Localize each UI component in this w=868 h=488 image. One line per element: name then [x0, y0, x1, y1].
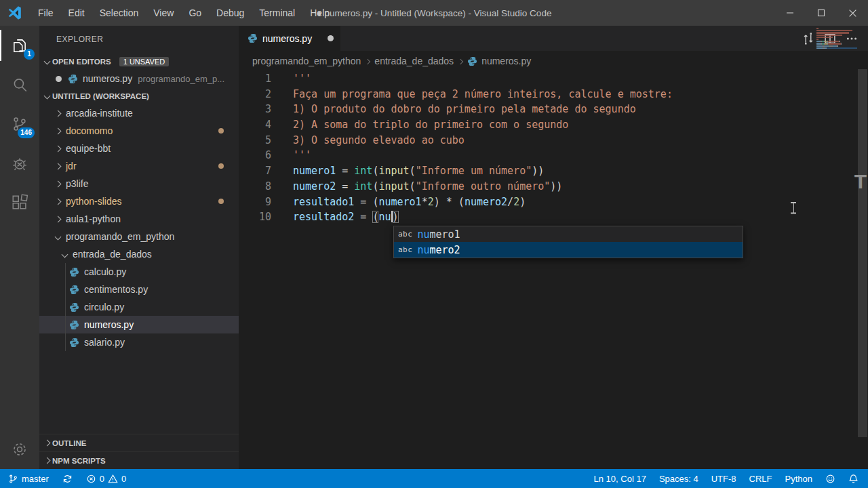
- suggestion-label: mero1: [429, 228, 460, 241]
- tree-item-circulo-py[interactable]: circulo.py: [39, 298, 239, 316]
- code-line-1[interactable]: 1''': [239, 71, 857, 87]
- menu-view[interactable]: View: [146, 0, 181, 26]
- activitybar-extensions[interactable]: [0, 183, 39, 222]
- tree-item-salario-py[interactable]: salario.py: [39, 333, 239, 351]
- minimap-seg: [839, 41, 840, 42]
- tree-item-p3life[interactable]: p3life: [39, 175, 239, 192]
- tree-item-arcadia-institute[interactable]: arcadia-institute: [39, 104, 239, 122]
- tree-item-python-slides[interactable]: python-slides: [39, 192, 239, 210]
- tree-item-jdr[interactable]: jdr: [39, 157, 239, 175]
- token-func: input: [378, 165, 409, 177]
- code-line-6[interactable]: 6''': [239, 148, 857, 163]
- dirty-indicator[interactable]: [328, 35, 334, 41]
- menu-debug[interactable]: Debug: [209, 0, 252, 26]
- workspace-header[interactable]: UNTITLED (WORKSPACE): [39, 87, 239, 104]
- statusbar-language-mode[interactable]: Python: [785, 474, 812, 484]
- code-line-4[interactable]: 42) A soma do triplo do primeiro com o s…: [239, 117, 857, 133]
- minimize-icon[interactable]: [774, 0, 806, 26]
- close-icon[interactable]: [837, 0, 868, 26]
- tree-item-entrada-de-dados[interactable]: entrada_de_dados: [39, 245, 239, 263]
- open-changes-icon[interactable]: [802, 32, 815, 45]
- tree-item-aula1-python[interactable]: aula1-python: [39, 210, 239, 228]
- tree-item-docomomo[interactable]: docomomo: [39, 122, 239, 140]
- menu-terminal[interactable]: Terminal: [252, 0, 302, 26]
- menu-selection[interactable]: Selection: [92, 0, 146, 26]
- tree-item-label: arcadia-institute: [66, 108, 133, 119]
- open-editor-item[interactable]: numeros.pyprogramando_em_p...: [39, 70, 239, 87]
- statusbar-feedback[interactable]: [825, 474, 835, 484]
- minimap[interactable]: [816, 28, 857, 49]
- extensions-icon: [11, 194, 28, 211]
- minimap-seg: [816, 28, 818, 29]
- minimap-seg: [841, 43, 842, 44]
- statusbar-cursor-position[interactable]: Ln 10, Col 17: [594, 474, 646, 484]
- activitybar-source-control[interactable]: 146: [0, 104, 39, 144]
- line-number: 10: [239, 209, 271, 225]
- tree-item-calculo-py[interactable]: calculo.py: [39, 263, 239, 281]
- smiley-icon: [825, 474, 835, 484]
- maximize-icon[interactable]: [806, 0, 837, 26]
- line-number: 1: [239, 71, 271, 87]
- tree-item-label: p3life: [66, 178, 88, 189]
- tree-item-programando-em-python[interactable]: programando_em_python: [39, 228, 239, 245]
- token-var: numero2: [465, 196, 507, 208]
- unsaved-badge: 1 UNSAVED: [119, 57, 170, 66]
- section-label: OUTLINE: [52, 439, 86, 447]
- code-line-2[interactable]: 2Faça um programa que peça 2 número inte…: [239, 87, 857, 102]
- line-number: 4: [239, 117, 271, 133]
- activitybar-manage[interactable]: [0, 430, 39, 469]
- chevron-down-icon: [62, 251, 68, 258]
- section-outline[interactable]: OUTLINE: [39, 434, 239, 451]
- tree-item-label: centimentos.py: [84, 284, 148, 295]
- tree-item-label: aula1-python: [66, 214, 121, 224]
- menu-edit[interactable]: Edit: [61, 0, 92, 26]
- activitybar-explorer[interactable]: 1: [0, 26, 39, 65]
- tab-numeros-py[interactable]: numeros.py: [239, 26, 340, 51]
- code-line-5[interactable]: 53) O segundo elevado ao cubo: [239, 133, 857, 148]
- tree-item-numeros-py[interactable]: numeros.py: [39, 316, 239, 333]
- tree-item-centimentos-py[interactable]: centimentos.py: [39, 281, 239, 298]
- activitybar-search[interactable]: [0, 65, 39, 104]
- breadcrumb-item[interactable]: programando_em_python: [252, 56, 361, 66]
- open-editors-list: numeros.pyprogramando_em_p...: [39, 70, 239, 87]
- modified-dot-icon: [218, 163, 224, 169]
- tree-item-label: salario.py: [84, 337, 125, 348]
- code-editor[interactable]: 1'''2Faça um programa que peça 2 número …: [239, 71, 857, 469]
- token-var: resultado2: [293, 211, 354, 223]
- code-line-9[interactable]: 9resultado1 = (numero1*2) * (numero2/2): [239, 195, 857, 210]
- breadcrumb-item[interactable]: entrada_de_dados: [374, 56, 454, 66]
- section-npm-scripts[interactable]: NPM SCRIPTS: [39, 451, 239, 469]
- python-icon: [69, 302, 84, 312]
- statusbar-git-branch[interactable]: master: [8, 474, 49, 484]
- code-line-10[interactable]: 10resultado2 = (nu): [239, 209, 857, 225]
- suggestion-numero2[interactable]: abcnumero2: [394, 242, 743, 258]
- code-line-3[interactable]: 31) O produto do dobro do primeiro pela …: [239, 102, 857, 117]
- statusbar-sync[interactable]: [62, 474, 73, 484]
- tree-item-equipe-bbt[interactable]: equipe-bbt: [39, 140, 239, 157]
- menu-go[interactable]: Go: [181, 0, 209, 26]
- suggestion-numero1[interactable]: abcnumero1: [394, 226, 743, 242]
- activitybar-debug[interactable]: [0, 144, 39, 183]
- token-plain: ): [519, 196, 526, 208]
- menu-file[interactable]: File: [31, 0, 61, 26]
- spacer: [0, 222, 39, 430]
- statusbar-notifications[interactable]: [848, 474, 859, 484]
- token-plain: *: [422, 196, 428, 208]
- breadcrumb-item[interactable]: numeros.py: [467, 56, 531, 66]
- statusbar-eol[interactable]: CRLF: [749, 474, 772, 484]
- token-str: ''': [293, 149, 311, 161]
- minimap-seg: [816, 37, 833, 38]
- line-content: 3) O segundo elevado ao cubo: [293, 133, 465, 148]
- statusbar-problems[interactable]: 00: [86, 474, 126, 484]
- editor-scrollbar[interactable]: T: [857, 26, 868, 469]
- open-editors-header[interactable]: OPEN EDITORS 1 UNSAVED: [39, 53, 239, 70]
- code-line-7[interactable]: 7numero1 = int(input("Informe um número"…: [239, 163, 857, 179]
- scrollbar-slider[interactable]: [858, 69, 867, 437]
- chevron-right-icon: [55, 145, 62, 152]
- editor-group: numeros.py progra: [239, 26, 868, 469]
- statusbar-indentation[interactable]: Spaces: 4: [659, 474, 698, 484]
- minimap-seg: [828, 43, 841, 44]
- code-line-8[interactable]: 8numero2 = int(input("Informe outro núme…: [239, 179, 857, 195]
- suggestion-kind-icon: abc: [398, 245, 412, 254]
- statusbar-encoding[interactable]: UTF-8: [711, 474, 736, 484]
